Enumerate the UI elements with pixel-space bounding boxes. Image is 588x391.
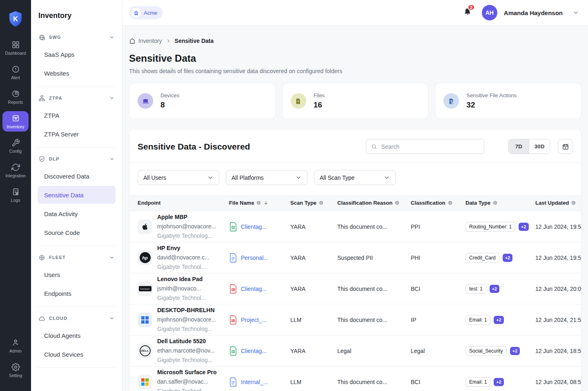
stat-card-devices: Devices 8 <box>129 83 276 119</box>
stat-card-sensitive-file-actions: Sensitive File Actions 32 <box>435 83 581 119</box>
file-name-link[interactable]: Personal... <box>241 255 268 261</box>
main-area: Acme 2 AH Amanda Haydenson Inventory Sen… <box>122 0 588 391</box>
sidebar-item-cloud-agents[interactable]: Cloud Agents <box>38 326 116 344</box>
data-type-more-badge[interactable]: +2 <box>503 254 513 262</box>
dashboard-icon <box>11 40 20 49</box>
table-row[interactable]: DESKTOP-BHRELHN mjohnson@novacore... Gig… <box>129 304 581 335</box>
sidebar-item-ztpa[interactable]: ZTPA <box>38 106 116 124</box>
dell-icon: DELL <box>138 344 152 358</box>
sidebar-section-ztpa[interactable]: ZTPA <box>38 91 116 105</box>
data-type-chip: Credit_Card <box>466 253 499 263</box>
section-label: ZTPA <box>49 96 105 101</box>
table-row[interactable]: Microsoft Surface Pro dan.saffer@novac..… <box>129 366 581 391</box>
table-row[interactable]: Apple MBP mjohnson@novacore... Gigabyte … <box>129 211 581 242</box>
scan-type: YARA <box>290 348 337 354</box>
filters-row: All Users All Platforms All Scan Type <box>129 163 581 195</box>
file-name-link[interactable]: Project_... <box>241 317 267 323</box>
section-label: CLOUD <box>49 316 105 321</box>
range-7d-button[interactable]: 7D <box>509 139 529 154</box>
rail-item-integration[interactable]: Integration <box>2 160 29 181</box>
stat-label: Files <box>314 92 325 98</box>
sidebar-item-users[interactable]: Users <box>38 266 116 284</box>
page-title: Sensitive Data <box>129 53 581 64</box>
section-label: FLEET <box>49 255 105 260</box>
svg-text:K: K <box>13 16 18 22</box>
rail-item-label: Logs <box>11 198 20 203</box>
sidebar-item-endpoints[interactable]: Endpoints <box>38 284 116 302</box>
file-name-link[interactable]: Clientag... <box>241 348 267 354</box>
breadcrumb-current: Sensitive Data <box>175 38 214 44</box>
sidebar-item-ztpa-server[interactable]: ZTPA Server <box>38 125 116 143</box>
breadcrumb-inventory[interactable]: Inventory <box>129 38 162 44</box>
breadcrumb: Inventory Sensitive Data <box>129 38 581 44</box>
app-logo[interactable]: K <box>8 11 23 29</box>
search-input[interactable] <box>381 143 479 150</box>
file-name-link[interactable]: Clientag... <box>241 286 267 292</box>
file-name-link[interactable]: Internal_... <box>241 379 268 385</box>
notifications-button[interactable]: 2 <box>463 7 472 18</box>
rail-item-setting[interactable]: Setting <box>2 360 29 380</box>
chevron-down-icon <box>383 174 390 181</box>
svg-text:PDF: PDF <box>232 288 235 290</box>
sensitive-data-panel: Sensitive Data - Discovered 7D 30D All U… <box>129 129 581 391</box>
avatar[interactable]: AH <box>482 5 497 20</box>
sidebar-item-discovered-data[interactable]: Discovered Data <box>38 167 116 185</box>
panel-header: Sensitive Data - Discovered 7D 30D <box>129 130 581 163</box>
users-filter[interactable]: All Users <box>138 170 219 185</box>
rail-item-admin[interactable]: Admin <box>2 335 29 356</box>
table-row[interactable]: hp HP Envy david@novacore.c... Gigabyte … <box>129 242 581 273</box>
data-type-more-badge[interactable]: +2 <box>494 316 504 324</box>
table-row[interactable]: DELL Dell Latitude 5520 ethan.marcotte@n… <box>129 335 581 366</box>
rail-item-logs[interactable]: Logs <box>2 185 29 205</box>
sidebar-section-dlp[interactable]: DLP <box>38 152 116 166</box>
rail-item-alert[interactable]: Alert <box>2 62 29 83</box>
sidebar-item-cloud-sevices[interactable]: Cloud Sevices <box>38 345 116 363</box>
sidebar-item-websites[interactable]: Websites <box>38 64 116 82</box>
endpoint-user: dan.saffer@novac... <box>157 377 216 387</box>
stat-label: Sensitive File Actions <box>466 92 517 98</box>
range-30d-button[interactable]: 30D <box>529 139 550 154</box>
scan-type: YARA <box>290 223 337 230</box>
rail-item-dashboard[interactable]: Dashboard <box>2 38 29 58</box>
sidebar-section-fleet[interactable]: FLEET <box>38 250 116 265</box>
col-file-name[interactable]: File Name <box>229 200 290 206</box>
scan-type-filter[interactable]: All Scan Type <box>314 170 396 185</box>
org-switcher[interactable]: Acme <box>129 6 163 19</box>
sidebar-item-source-code[interactable]: Source Code <box>38 223 116 241</box>
data-type-more-badge[interactable]: +2 <box>490 285 500 293</box>
platforms-filter[interactable]: All Platforms <box>226 170 307 185</box>
stat-label: Devices <box>160 92 179 98</box>
classification: BCI <box>411 286 466 292</box>
rail-item-inventory[interactable]: Inventory <box>2 111 29 132</box>
file-name-link[interactable]: Clientag... <box>241 223 267 230</box>
pdf-file-icon: PDF <box>229 315 237 325</box>
data-type-more-badge[interactable]: +2 <box>519 223 529 231</box>
divider <box>38 306 116 307</box>
document-file-icon <box>229 253 237 263</box>
user-menu-chevron-icon[interactable] <box>572 9 579 16</box>
setting-icon <box>11 363 20 371</box>
table-row[interactable]: Lenovo Lenovo Idea Pad jsmith@novaco... … <box>129 273 581 304</box>
chevron-down-icon <box>109 315 115 321</box>
rail-item-label: Setting <box>9 373 22 378</box>
data-type-more-badge[interactable]: +2 <box>494 378 504 386</box>
config-icon <box>11 139 20 147</box>
info-icon <box>571 200 576 206</box>
calendar-button[interactable] <box>558 139 573 154</box>
data-type-more-badge[interactable]: +2 <box>510 347 520 355</box>
page-subtitle: This shows details of files containing s… <box>129 68 581 74</box>
rail-item-label: Alert <box>11 75 20 80</box>
sidebar-section-cloud[interactable]: CLOUD <box>38 311 116 326</box>
alert-icon <box>11 65 20 74</box>
sidebar-section-swg[interactable]: SWG <box>38 30 116 45</box>
endpoint-name: Lenovo Idea Pad <box>157 275 206 284</box>
sidebar-item-sensitive-data[interactable]: Sensitive Data <box>38 186 116 204</box>
spreadsheet-file-icon <box>229 346 237 356</box>
rail-item-reports[interactable]: Reports <box>2 87 29 107</box>
rail-item-config[interactable]: Config <box>2 136 29 156</box>
search-icon <box>371 143 377 150</box>
sidebar-item-saas-apps[interactable]: SaaS Apps <box>38 45 116 63</box>
lenovo-icon: Lenovo <box>138 282 152 296</box>
scan-type: YARA <box>290 255 337 261</box>
sidebar-item-data-activity[interactable]: Data Activity <box>38 205 116 223</box>
